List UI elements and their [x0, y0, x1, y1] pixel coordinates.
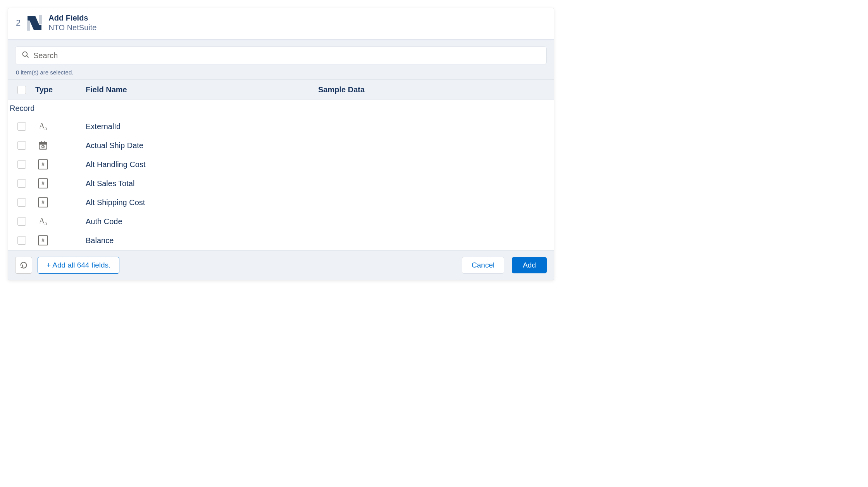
table-row: AaAuth Code: [8, 212, 554, 231]
text-type-icon: Aa: [38, 216, 48, 227]
svg-rect-0: [27, 21, 30, 31]
column-type: Type: [35, 85, 86, 94]
column-sample-data: Sample Data: [318, 85, 554, 94]
search-icon: [22, 51, 29, 60]
column-field-name: Field Name: [86, 85, 318, 94]
number-type-icon: #: [38, 197, 48, 208]
svg-rect-1: [39, 15, 42, 24]
add-all-fields-button[interactable]: + Add all 644 fields.: [38, 257, 119, 274]
modal-subtitle: NTO NetSuite: [48, 23, 96, 32]
step-number: 2: [16, 18, 21, 28]
table-header: Type Field Name Sample Data: [8, 79, 554, 100]
field-name-cell: Alt Shipping Cost: [86, 198, 318, 207]
svg-rect-3: [35, 25, 41, 30]
field-name-cell: Balance: [86, 236, 318, 245]
search-input[interactable]: [33, 51, 540, 60]
svg-rect-7: [39, 142, 47, 144]
cancel-button[interactable]: Cancel: [462, 257, 504, 274]
row-checkbox[interactable]: [17, 217, 26, 226]
svg-point-4: [23, 52, 28, 57]
group-record: Record: [8, 100, 554, 117]
add-fields-modal: 2 Add Fields NTO NetSuite 0: [8, 8, 554, 280]
table-row: Actual Ship Date: [8, 136, 554, 155]
svg-rect-2: [28, 16, 34, 21]
field-name-cell: Alt Sales Total: [86, 179, 318, 188]
field-name-cell: Auth Code: [86, 217, 318, 226]
number-type-icon: #: [38, 159, 48, 170]
field-name-cell: Actual Ship Date: [86, 141, 318, 150]
date-type-icon: [38, 140, 48, 151]
row-checkbox[interactable]: [17, 160, 26, 169]
search-box[interactable]: [15, 47, 547, 64]
field-name-cell: ExternalId: [86, 122, 318, 131]
row-checkbox[interactable]: [17, 179, 26, 188]
fields-table: Type Field Name Sample Data Record AaExt…: [8, 79, 554, 250]
table-row: #Alt Sales Total: [8, 174, 554, 193]
text-type-icon: Aa: [38, 121, 48, 132]
selection-status: 0 item(s) are selected.: [15, 69, 547, 76]
table-row: #Alt Shipping Cost: [8, 193, 554, 212]
field-name-cell: Alt Handling Cost: [86, 160, 318, 169]
number-type-icon: #: [38, 178, 48, 189]
select-all-checkbox[interactable]: [17, 86, 26, 94]
header-text: Add Fields NTO NetSuite: [48, 14, 96, 32]
table-row: #Balance: [8, 231, 554, 250]
modal-header: 2 Add Fields NTO NetSuite: [8, 8, 554, 39]
refresh-button[interactable]: [15, 257, 32, 274]
row-checkbox[interactable]: [17, 198, 26, 207]
modal-footer: + Add all 644 fields. Cancel Add: [8, 250, 554, 280]
row-checkbox[interactable]: [17, 141, 26, 150]
search-section: 0 item(s) are selected.: [8, 39, 554, 79]
row-checkbox[interactable]: [17, 122, 26, 131]
table-row: AaExternalId: [8, 117, 554, 136]
number-type-icon: #: [38, 235, 48, 246]
svg-line-5: [27, 56, 29, 58]
add-button[interactable]: Add: [512, 257, 547, 273]
row-checkbox[interactable]: [17, 236, 26, 245]
netsuite-icon: [26, 14, 43, 31]
modal-title: Add Fields: [48, 14, 96, 22]
table-row: #Alt Handling Cost: [8, 155, 554, 174]
